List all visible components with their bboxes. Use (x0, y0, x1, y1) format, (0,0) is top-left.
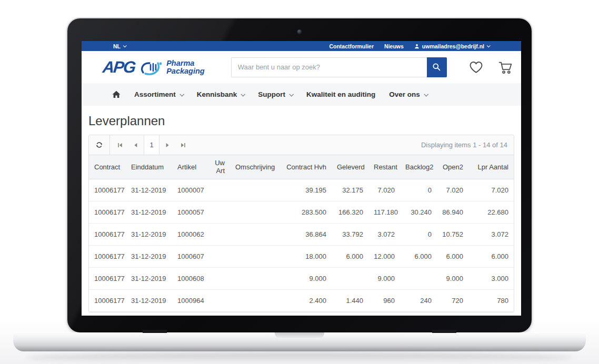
hinge-left (143, 330, 167, 333)
cell-open2: 6.000 (437, 245, 468, 267)
column-header-contract[interactable]: Contract (89, 155, 126, 179)
nav-item-label: Assortiment (134, 90, 176, 98)
column-header-uw-art[interactable]: Uw Art (204, 155, 230, 179)
link-contactformulier[interactable]: Contactformulier (329, 43, 374, 49)
logo-tagline-line1: Pharma (166, 59, 205, 67)
nav-item-kwaliteit-en-auditing[interactable]: Kwaliteit en auditing (306, 90, 375, 98)
heart-icon (469, 60, 483, 74)
grid-pager-toolbar: 1 Displaying ite (89, 135, 514, 155)
cell-uw-art (204, 201, 230, 223)
cart-button[interactable] (498, 60, 513, 74)
nav-item-kennisbank[interactable]: Kennisbank (197, 90, 245, 98)
cell-lpr-aantal: 780 (468, 289, 514, 311)
current-page-button[interactable]: 1 (144, 135, 159, 155)
first-page-button[interactable] (112, 135, 128, 155)
laptop-reflection (26, 352, 573, 363)
leverplannen-grid: 1 Displaying ite (88, 135, 514, 312)
cell-geleverd: 1.440 (332, 289, 368, 311)
previous-page-button[interactable] (128, 135, 144, 155)
cell-backlog2: 30.240 (400, 201, 437, 223)
top-utility-bar: NL Contactformulier Nieuws uwmailadres@b… (82, 41, 521, 51)
cell-contract: 10006177 (89, 289, 126, 311)
table-row[interactable]: 1000617731-12-2019100006236.86433.7923.0… (89, 223, 514, 245)
shopping-cart-icon (498, 60, 513, 74)
next-page-button[interactable] (159, 135, 175, 155)
cell-uw-art (204, 223, 230, 245)
last-page-icon (180, 142, 186, 148)
page-title: Leverplannen (88, 114, 514, 128)
cell-lpr-aantal: 3.072 (468, 223, 514, 245)
cell-einddatum: 31-12-2019 (126, 289, 172, 311)
search-input[interactable] (231, 57, 427, 77)
language-selector[interactable]: NL (113, 43, 126, 49)
webcam-dot (297, 29, 302, 34)
column-header-open2[interactable]: Open2 (437, 155, 468, 179)
cell-omschrijving (230, 179, 277, 201)
chevron-down-icon (241, 92, 245, 96)
cell-omschrijving (230, 289, 277, 311)
search-button[interactable] (427, 57, 447, 77)
column-header-contract-hvh[interactable]: Contract Hvh (277, 155, 332, 179)
cell-open2: 9.000 (437, 267, 468, 289)
cell-artikel: 1000007 (172, 179, 204, 201)
chevron-down-icon (424, 92, 428, 96)
column-header-artikel[interactable]: Artikel (172, 155, 204, 179)
last-page-button[interactable] (175, 135, 191, 155)
account-menu[interactable]: uwmailadres@bedrijf.nl (414, 43, 490, 49)
cell-geleverd: 33.792 (332, 223, 368, 245)
column-header-restant[interactable]: Restant (368, 155, 400, 179)
cell-contract: 10006177 (89, 223, 126, 245)
cell-uw-art (204, 179, 230, 201)
refresh-button[interactable] (89, 135, 110, 155)
nav-item-support[interactable]: Support (258, 90, 293, 98)
nav-item-assortiment[interactable]: Assortiment (134, 90, 183, 98)
cell-geleverd: 6.000 (332, 245, 368, 267)
column-header-geleverd[interactable]: Geleverd (332, 155, 368, 179)
link-nieuws[interactable]: Nieuws (384, 43, 404, 49)
cell-omschrijving (230, 223, 277, 245)
column-header-omschrijving[interactable]: Omschrijving (230, 155, 277, 179)
laptop-lid-notch (275, 332, 324, 339)
nav-item-label: Kennisbank (197, 90, 237, 98)
cell-contract: 10006177 (89, 179, 126, 201)
cell-contract-hvh: 283.500 (277, 201, 332, 223)
table-row[interactable]: 1000617731-12-2019100000739.19532.1757.0… (89, 179, 514, 201)
refresh-icon (95, 141, 103, 149)
column-header-einddatum[interactable]: Einddatum (126, 155, 172, 179)
cell-uw-art (204, 245, 230, 267)
cell-contract-hvh: 39.195 (277, 179, 332, 201)
nav-item-over-ons[interactable]: Over ons (389, 90, 427, 98)
main-content: Leverplannen (82, 114, 521, 312)
cell-backlog2 (400, 267, 437, 289)
nav-home[interactable] (112, 90, 121, 98)
table-row[interactable]: 1000617731-12-201910009642.4001.44096024… (89, 289, 514, 311)
cell-contract: 10006177 (89, 267, 126, 289)
cell-restant: 3.072 (368, 223, 400, 245)
cell-contract-hvh: 36.864 (277, 223, 332, 245)
cell-artikel: 1000964 (172, 289, 204, 311)
table-row[interactable]: 1000617731-12-2019100060718.0006.00012.0… (89, 245, 514, 267)
nav-item-label: Kwaliteit en auditing (306, 90, 375, 98)
column-header-lpr-aantal[interactable]: Lpr Aantal (468, 155, 514, 179)
cell-einddatum: 31-12-2019 (126, 201, 172, 223)
cell-open2: 720 (437, 289, 468, 311)
cell-einddatum: 31-12-2019 (126, 245, 172, 267)
cell-restant: 12.000 (368, 245, 400, 267)
table-header-row: ContractEinddatumArtikelUw ArtOmschrijvi… (89, 155, 514, 179)
search-icon (432, 63, 441, 72)
cell-backlog2: 0 (400, 223, 437, 245)
column-header-backlog2[interactable]: Backlog2 (400, 155, 437, 179)
cell-contract-hvh: 2.400 (277, 289, 332, 311)
next-page-icon (164, 142, 171, 148)
cell-open2: 10.752 (437, 223, 468, 245)
cell-omschrijving (230, 267, 277, 289)
hinge-right (432, 330, 456, 333)
cell-omschrijving (230, 201, 277, 223)
table-row[interactable]: 1000617731-12-201910006089.0009.0009.000… (89, 267, 514, 289)
wishlist-button[interactable] (469, 60, 483, 74)
cell-uw-art (204, 267, 230, 289)
chevron-down-icon (179, 92, 184, 96)
table-row[interactable]: 1000617731-12-20191000057283.500166.3201… (89, 201, 514, 223)
company-logo[interactable]: APG Pharma Packaging (103, 58, 205, 77)
pager-status: Displaying items 1 - 14 of 14 (421, 141, 514, 149)
